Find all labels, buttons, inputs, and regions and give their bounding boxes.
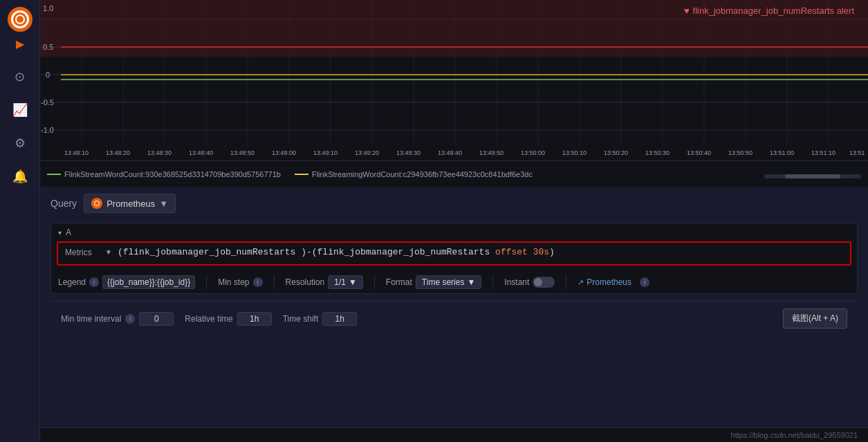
legend-dot-green [47, 174, 61, 175]
svg-text:0.5: 0.5 [43, 43, 53, 51]
svg-text:13:50:20: 13:50:20 [604, 149, 628, 156]
query-header: Query Prometheus ▼ [50, 194, 858, 213]
svg-text:13:48:30: 13:48:30 [147, 149, 172, 156]
separator-1 [206, 275, 207, 289]
legend-item-1: FlinkStreamWordCount:930e368525d3314709b… [47, 170, 281, 178]
svg-text:13:48:40: 13:48:40 [189, 149, 213, 156]
expression-keyword: offset 30s [495, 247, 549, 257]
legend-label-1: FlinkStreamWordCount:930e368525d3314709b… [64, 170, 281, 178]
resolution-label: Resolution [286, 277, 325, 287]
legend-dot-yellow [295, 174, 308, 175]
relative-time-label: Relative time [185, 314, 232, 324]
time-shift-input[interactable] [322, 312, 357, 326]
svg-text:13:51: 13:51 [849, 149, 865, 156]
gear-icon[interactable]: ⚙ [8, 131, 33, 156]
resolution-dropdown[interactable]: 1/1 ▼ [328, 275, 363, 289]
metrics-dropdown-arrow-icon[interactable]: ▼ [105, 248, 112, 256]
footer: https://blog.csdn.net/baidu_29559021 [40, 427, 868, 442]
alert-label: ♥ flink_jobmanager_job_numRestarts alert [684, 6, 854, 16]
legend-label-2: FlinkStreamingWordCount:c294936fb73ee449… [312, 170, 533, 178]
format-label: Format [386, 277, 412, 287]
legend-value[interactable]: {{job_name}}:{{job_id}} [102, 275, 195, 289]
legend-option-label: Legend [58, 277, 86, 287]
time-shift-label: Time shift [283, 314, 319, 324]
time-shift-option: Time shift [283, 312, 358, 326]
instant-option: Instant [504, 277, 555, 288]
prometheus-link-text: Prometheus [587, 277, 631, 287]
svg-text:13:49:40: 13:49:40 [438, 149, 462, 156]
datasource-dropdown-arrow: ▼ [159, 199, 168, 209]
min-time-interval-input[interactable] [139, 312, 174, 326]
prometheus-link[interactable]: ↗ Prometheus [578, 277, 631, 287]
query-a-header: ▾ A [51, 223, 857, 241]
format-value: Time series [422, 277, 465, 287]
svg-text:0: 0 [46, 71, 50, 79]
svg-text:13:49:00: 13:49:00 [272, 149, 296, 156]
sidebar: ▶ ⊙ 📈 ⚙ 🔔 [0, 0, 40, 442]
chart-svg: 1.0 0.5 0 -0.5 -1.0 [40, 0, 868, 159]
prometheus-icon-inner [94, 201, 100, 206]
legend-option: Legend i {{job_name}}:{{job_id}} [58, 275, 195, 289]
footer-url: https://blog.csdn.net/baidu_29559021 [731, 431, 858, 439]
relative-time-option: Relative time [185, 312, 271, 326]
svg-text:13:50:00: 13:50:00 [521, 149, 545, 156]
separator-3 [374, 275, 375, 289]
metrics-label: Metrics [65, 248, 100, 257]
bell-icon[interactable]: 🔔 [8, 164, 33, 189]
query-a-label: A [66, 228, 71, 237]
resolution-value: 1/1 [334, 277, 346, 287]
logo-inner [15, 15, 25, 24]
svg-text:1.0: 1.0 [43, 4, 53, 12]
expression-close: ) [549, 247, 555, 257]
svg-text:-0.5: -0.5 [41, 98, 54, 107]
legend-scrollbar-thumb[interactable] [785, 174, 840, 178]
svg-text:13:50:50: 13:50:50 [728, 149, 752, 156]
min-time-info-icon[interactable]: i [125, 314, 135, 324]
chart-icon[interactable]: 📈 [8, 98, 33, 122]
chart-legend: FlinkStreamWordCount:930e368525d3314709b… [40, 160, 868, 187]
metrics-expression[interactable]: (flink_jobmanager_job_numRestarts )-(fli… [118, 247, 843, 257]
svg-text:13:48:10: 13:48:10 [64, 149, 89, 156]
alert-text: flink_jobmanager_job_numRestarts alert [693, 6, 854, 16]
svg-text:13:51:00: 13:51:00 [770, 149, 794, 156]
separator-4 [492, 275, 493, 289]
svg-text:13:49:20: 13:49:20 [355, 149, 379, 156]
min-step-option: Min step i [218, 277, 262, 287]
format-option: Format Time series ▼ [386, 275, 481, 289]
min-step-info-icon[interactable]: i [253, 277, 263, 287]
screenshot-button[interactable]: 截图(Alt + A) [783, 309, 847, 329]
datasource-name: Prometheus [107, 199, 155, 209]
min-time-interval-label: Min time interval [61, 314, 121, 324]
datasource-button[interactable]: Prometheus ▼ [84, 194, 176, 213]
collapse-arrow-icon[interactable]: ▾ [58, 229, 62, 237]
legend-info-icon[interactable]: i [89, 277, 99, 287]
dashboard-icon[interactable]: ⊙ [8, 64, 33, 89]
svg-text:13:50:30: 13:50:30 [645, 149, 670, 156]
separator-2 [274, 275, 275, 289]
query-label: Query [50, 198, 77, 209]
min-time-interval-option: Min time interval i [61, 312, 174, 326]
min-step-label: Min step [218, 277, 249, 287]
instant-toggle[interactable] [533, 277, 555, 288]
logo [8, 7, 33, 32]
svg-text:13:49:30: 13:49:30 [396, 149, 421, 156]
resolution-arrow-icon: ▼ [349, 277, 357, 287]
relative-time-input[interactable] [237, 312, 272, 326]
chart-area: ♥ flink_jobmanager_job_numRestarts alert… [40, 0, 868, 187]
bottom-options: Min time interval i Relative time Time s… [50, 301, 858, 335]
format-dropdown[interactable]: Time series ▼ [416, 275, 481, 289]
options-row: Legend i {{job_name}}:{{job_id}} Min ste… [51, 271, 857, 293]
sidebar-toggle-arrow[interactable]: ▶ [16, 37, 24, 50]
format-arrow-icon: ▼ [467, 277, 475, 287]
svg-text:13:51:10: 13:51:10 [811, 149, 835, 156]
svg-text:-1.0: -1.0 [41, 126, 54, 134]
metrics-expression-row: Metrics ▼ (flink_jobmanager_job_numResta… [57, 241, 851, 266]
legend-scrollbar[interactable] [764, 174, 861, 178]
resolution-option: Resolution 1/1 ▼ [286, 275, 363, 289]
svg-text:13:48:20: 13:48:20 [106, 149, 130, 156]
svg-text:13:48:50: 13:48:50 [230, 149, 255, 156]
svg-text:13:49:10: 13:49:10 [313, 149, 338, 156]
query-info-icon[interactable]: i [640, 277, 649, 287]
separator-5 [566, 275, 566, 289]
instant-label: Instant [504, 277, 529, 287]
